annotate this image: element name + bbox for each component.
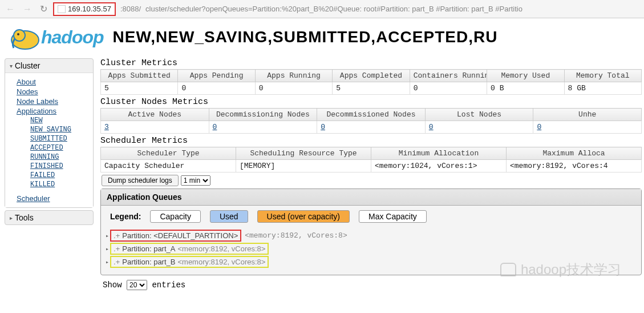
dump-row: Dump scheduler logs 1 min <box>100 172 642 188</box>
partition-row[interactable]: ▸ .+ Partition: part_B <memory:8192, vCo… <box>106 256 637 268</box>
partition-part-a: .+ Partition: part_A <memory:8192, vCore… <box>110 243 269 255</box>
sm-h2: Minimum Allocation <box>371 147 507 160</box>
tools-label: Tools <box>15 213 34 222</box>
cm-v1: 0 <box>178 82 255 95</box>
sidebar-link-new-saving[interactable]: NEW_SAVING <box>30 126 93 134</box>
sidebar-link-nodes[interactable]: Nodes <box>17 87 93 96</box>
nm-h0: Active Nodes <box>101 109 209 121</box>
partition-mem: <memory:8192, vCores:8> <box>177 258 265 266</box>
hadoop-logo: hadoop <box>8 23 104 51</box>
cm-v3: 5 <box>333 82 410 95</box>
nm-v2: 0 <box>317 121 426 134</box>
partition-label: Partition: part_A <box>122 244 175 253</box>
sidebar-link-scheduler[interactable]: Scheduler <box>17 194 93 203</box>
cm-h5: Memory Used <box>487 70 564 82</box>
nodes-metrics-title: Cluster Nodes Metrics <box>100 97 642 107</box>
sidebar-link-applications[interactable]: Applications <box>17 107 93 115</box>
expand-icon[interactable]: .+ <box>114 244 120 253</box>
sidebar-link-killed[interactable]: KILLED <box>30 180 93 188</box>
triangle-right-icon: ▸ <box>10 215 13 221</box>
scheduler-metrics-table: Scheduler Type Scheduling Resource Type … <box>100 147 642 172</box>
legend-over: Used (over capacity) <box>257 210 350 223</box>
cm-v0: 5 <box>101 82 178 95</box>
nm-h2: Decommissioned Nodes <box>317 109 426 121</box>
cluster-metrics-title: Cluster Metrics <box>100 58 642 68</box>
dump-duration-select[interactable]: 1 min <box>181 175 210 186</box>
partition-mem: <memory:8192, vCores:8> <box>177 244 265 253</box>
browser-toolbar: ← → ↻ 169.10.35.57 :8088/ cluster/schedu… <box>0 0 644 18</box>
cluster-label: Cluster <box>15 61 40 70</box>
decomd-nodes-link[interactable]: 0 <box>321 123 325 131</box>
url-highlight-box: 169.10.35.57 <box>53 2 116 16</box>
nodes-metrics-table: Active Nodes Decommissioning Nodes Decom… <box>100 108 642 134</box>
app-state-links: NEW NEW_SAVING SUBMITTED ACCEPTED RUNNIN… <box>17 117 93 188</box>
tools-accordion: ▸ Tools <box>5 210 94 225</box>
main-content: Cluster Metrics Apps Submitted Apps Pend… <box>98 56 644 295</box>
url-path: cluster/scheduler?openQueues=Partition:%… <box>145 5 523 13</box>
partition-row[interactable]: ▸ .+ Partition: <DEFAULT_PARTITION> <mem… <box>106 230 637 242</box>
nm-v3: 0 <box>425 121 533 134</box>
partition-list: ▸ .+ Partition: <DEFAULT_PARTITION> <mem… <box>101 227 641 275</box>
decom-nodes-link[interactable]: 0 <box>213 123 217 131</box>
sm-v1: [MEMORY] <box>236 160 371 172</box>
show-entries-row: Show 20 entries <box>100 275 642 295</box>
legend-used: Used <box>210 210 248 223</box>
triangle-right-icon: ▸ <box>106 246 109 252</box>
triangle-right-icon: ▸ <box>106 232 109 239</box>
sm-h1: Scheduling Resource Type <box>236 147 371 160</box>
legend-capacity: Capacity <box>150 210 200 223</box>
entries-select[interactable]: 20 <box>127 280 147 290</box>
back-button[interactable]: ← <box>3 4 17 14</box>
cm-h0: Apps Submitted <box>101 70 178 82</box>
legend-row: Legend: Capacity Used Used (over capacit… <box>101 206 641 227</box>
nm-h3: Lost Nodes <box>425 109 533 121</box>
sidebar-link-failed[interactable]: FAILED <box>30 171 93 179</box>
partition-part-b: .+ Partition: part_B <memory:8192, vCore… <box>110 256 269 268</box>
scheduler-metrics-title: Scheduler Metrics <box>100 136 642 146</box>
cluster-accordion-header[interactable]: ▾ Cluster <box>5 59 93 73</box>
page-title: NEW,NEW_SAVING,SUBMITTED,ACCEPTED,RU <box>113 28 498 46</box>
sidebar: ▾ Cluster About Nodes Node Labels Applic… <box>0 56 98 295</box>
unhealthy-nodes-link[interactable]: 0 <box>537 123 541 131</box>
sm-v3: <memory:8192, vCores:4 <box>507 160 642 172</box>
sidebar-link-submitted[interactable]: SUBMITTED <box>30 135 93 143</box>
show-label: Show <box>103 280 122 290</box>
expand-icon[interactable]: .+ <box>114 231 120 240</box>
sm-v2: <memory:1024, vCores:1> <box>371 160 507 172</box>
url-host[interactable]: 169.10.35.57 <box>68 5 111 13</box>
svg-point-2 <box>17 33 19 35</box>
nm-v1: 0 <box>209 121 317 134</box>
sm-h3: Maximum Alloca <box>507 147 642 160</box>
page-header: hadoop NEW,NEW_SAVING,SUBMITTED,ACCEPTED… <box>0 18 644 56</box>
sidebar-link-running[interactable]: RUNNING <box>30 153 93 161</box>
url-port: :8088/ <box>120 5 141 13</box>
expand-icon[interactable]: .+ <box>114 258 120 266</box>
lost-nodes-link[interactable]: 0 <box>429 123 434 131</box>
application-queues-panel: Application Queues Legend: Capacity Used… <box>100 188 642 275</box>
sidebar-link-node-labels[interactable]: Node Labels <box>17 97 93 106</box>
cm-v2: 0 <box>255 82 332 95</box>
cluster-accordion: ▾ Cluster About Nodes Node Labels Applic… <box>5 58 94 208</box>
dump-scheduler-button[interactable]: Dump scheduler logs <box>102 175 179 186</box>
cm-h3: Apps Completed <box>333 70 410 82</box>
partition-row[interactable]: ▸ .+ Partition: part_A <memory:8192, vCo… <box>106 243 637 255</box>
active-nodes-link[interactable]: 3 <box>104 123 109 131</box>
logo-text: hadoop <box>41 27 104 48</box>
cluster-metrics-table: Apps Submitted Apps Pending Apps Running… <box>100 69 642 95</box>
sidebar-link-new[interactable]: NEW <box>30 117 93 125</box>
reload-button[interactable]: ↻ <box>38 3 50 14</box>
sidebar-link-accepted[interactable]: ACCEPTED <box>30 144 93 152</box>
page-icon <box>58 5 66 13</box>
sm-v0: Capacity Scheduler <box>101 160 236 172</box>
partition-mem: <memory:8192, vCores:8> <box>245 231 347 240</box>
sidebar-link-about[interactable]: About <box>17 78 93 86</box>
legend-label: Legend: <box>110 212 141 221</box>
tools-accordion-header[interactable]: ▸ Tools <box>5 211 93 224</box>
table-row: 3 0 0 0 0 <box>101 121 642 134</box>
cm-h6: Memory Total <box>564 70 641 82</box>
queues-title: Application Queues <box>101 189 641 206</box>
sidebar-link-finished[interactable]: FINISHED <box>30 162 93 170</box>
cm-v5: 0 B <box>487 82 564 95</box>
forward-button[interactable]: → <box>21 4 34 14</box>
nm-v4: 0 <box>533 121 642 134</box>
